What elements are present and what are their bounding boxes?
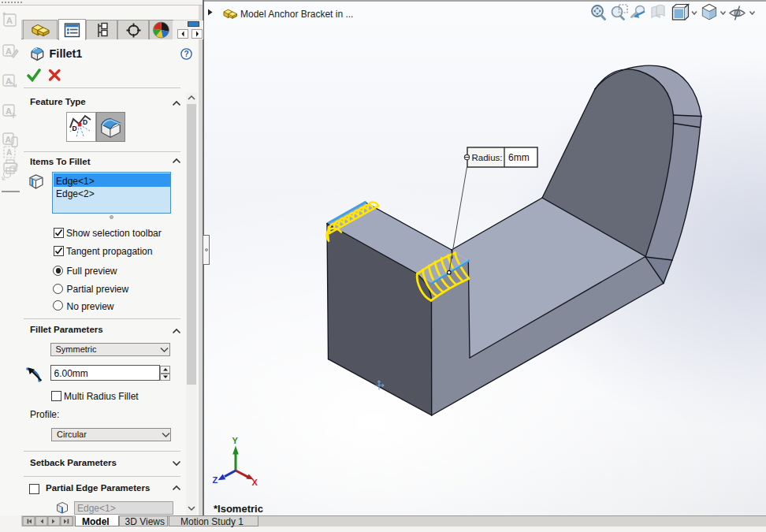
svg-text:A: A: [6, 106, 12, 116]
svg-text:A: A: [6, 76, 12, 86]
svg-text:*Isometric: *Isometric: [214, 503, 263, 515]
svg-text:?: ?: [184, 50, 188, 58]
svg-text:A: A: [6, 16, 13, 25]
svg-text:Radius:: Radius:: [472, 153, 503, 162]
svg-text:Z: Z: [213, 475, 218, 485]
svg-text:Model Anchor Bracket in ...: Model Anchor Bracket in ...: [240, 9, 353, 20]
svg-text:D: D: [83, 118, 87, 126]
svg-text:D: D: [73, 125, 77, 132]
svg-text:Y: Y: [232, 436, 239, 445]
svg-text:A: A: [6, 148, 12, 157]
svg-text:X: X: [252, 478, 258, 487]
svg-text:A: A: [6, 47, 12, 56]
svg-text:6mm: 6mm: [508, 152, 530, 163]
svg-text:A: A: [6, 135, 12, 144]
